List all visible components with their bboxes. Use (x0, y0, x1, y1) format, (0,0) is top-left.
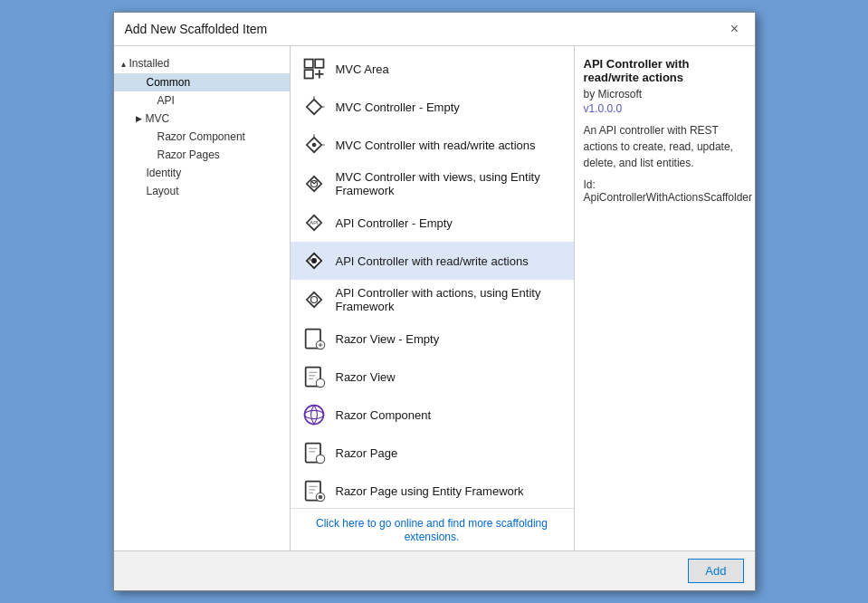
right-panel-id: Id: ApiControllerWithActionsScaffolder (584, 178, 746, 204)
razor-page-label: Razor Page (336, 446, 398, 460)
scaffold-item-api-rw[interactable]: API API Controller with read/write actio… (291, 242, 574, 280)
mvc-ef-icon (301, 171, 327, 196)
installed-section-header: ▴ Installed (114, 53, 290, 73)
online-link[interactable]: Click here to go online and find more sc… (316, 517, 548, 543)
svg-text:API: API (309, 257, 316, 263)
scaffold-item-razor-page-ef[interactable]: Razor Page using Entity Framework (291, 472, 574, 508)
razor-page-icon (301, 440, 327, 465)
scaffold-item-mvc-ef[interactable]: MVC Controller with views, using Entity … (291, 164, 574, 204)
dialog-title: Add New Scaffolded Item (125, 22, 268, 36)
scaffold-item-api-empty[interactable]: API API Controller - Empty (291, 204, 574, 242)
dialog-titlebar: Add New Scaffolded Item × (114, 13, 755, 46)
razor-component-label: Razor Component (336, 408, 432, 422)
mvc-label: MVC (146, 112, 170, 125)
razor-component-icon (301, 402, 327, 427)
mvc-rw-icon (301, 132, 327, 158)
scaffold-items-list: MVC Area MVC Controller - Empty (291, 46, 574, 508)
installed-label: Installed (129, 57, 170, 70)
api-empty-icon: API (301, 210, 327, 235)
dialog-footer: Add (114, 550, 755, 590)
tree-item-identity[interactable]: Identity (114, 164, 290, 182)
tree-item-razor-component[interactable]: Razor Component (114, 128, 290, 146)
right-panel: API Controller with read/write actions b… (574, 46, 755, 550)
mvc-area-label: MVC Area (336, 62, 389, 76)
api-ef-label: API Controller with actions, using Entit… (336, 286, 563, 313)
installed-arrow: ▴ (121, 59, 126, 69)
right-panel-version: v1.0.0.0 (584, 102, 746, 115)
razor-page-ef-label: Razor Page using Entity Framework (336, 484, 524, 498)
tree-item-razor-pages[interactable]: Razor Pages (114, 146, 290, 164)
api-empty-label: API Controller - Empty (336, 216, 453, 230)
svg-point-13 (304, 406, 323, 425)
api-rw-icon: API (301, 248, 327, 273)
mvc-empty-icon (301, 94, 327, 120)
mvc-arrow: ▶ (136, 114, 142, 123)
mvc-rw-label: MVC Controller with read/write actions (336, 139, 536, 152)
svg-text:API: API (310, 220, 319, 225)
svg-point-19 (318, 495, 322, 500)
tree-item-api[interactable]: API (114, 91, 290, 110)
svg-point-12 (316, 378, 324, 387)
right-panel-description: An API controller with REST actions to c… (584, 122, 746, 171)
dialog-body: ▴ Installed Common API ▶ MVC Razor Compo… (114, 46, 755, 550)
left-panel: ▴ Installed Common API ▶ MVC Razor Compo… (114, 46, 291, 550)
razor-view-empty-icon (301, 326, 327, 351)
razor-view-label: Razor View (336, 370, 396, 384)
mvc-empty-label: MVC Controller - Empty (336, 100, 460, 114)
tree-item-common[interactable]: Common (114, 73, 290, 91)
svg-point-3 (311, 143, 316, 148)
razor-view-icon (301, 364, 327, 389)
scaffold-item-mvc-empty[interactable]: MVC Controller - Empty (291, 88, 574, 126)
mvc-area-icon (301, 56, 327, 81)
svg-point-8 (310, 297, 317, 303)
scaffold-item-api-ef[interactable]: API Controller with actions, using Entit… (291, 280, 574, 320)
scaffold-item-razor-view-empty[interactable]: Razor View - Empty (291, 320, 574, 358)
scaffold-item-razor-component[interactable]: Razor Component (291, 396, 574, 434)
tree-item-mvc[interactable]: ▶ MVC (114, 110, 290, 128)
scaffold-item-razor-view[interactable]: Razor View (291, 358, 574, 396)
add-button[interactable]: Add (688, 559, 743, 583)
tree-item-layout[interactable]: Layout (114, 182, 290, 200)
add-scaffolded-item-dialog: Add New Scaffolded Item × ▴ Installed Co… (113, 12, 756, 591)
svg-rect-1 (315, 60, 323, 68)
mvc-ef-label: MVC Controller with views, using Entity … (336, 170, 563, 197)
svg-rect-0 (304, 60, 312, 68)
middle-panel: MVC Area MVC Controller - Empty (291, 46, 574, 550)
svg-point-16 (316, 455, 324, 463)
online-link-bar: Click here to go online and find more sc… (291, 508, 574, 550)
scaffold-item-mvc-rw[interactable]: MVC Controller with read/write actions (291, 126, 574, 164)
close-button[interactable]: × (726, 20, 744, 38)
scaffold-item-mvc-area[interactable]: MVC Area (291, 50, 574, 88)
right-panel-author: by Microsoft (584, 88, 746, 100)
right-panel-title: API Controller with read/write actions (584, 57, 746, 84)
api-rw-label: API Controller with read/write actions (336, 254, 529, 268)
razor-view-empty-label: Razor View - Empty (336, 332, 440, 346)
svg-rect-2 (304, 70, 312, 78)
razor-page-ef-icon (301, 478, 327, 503)
scaffold-item-razor-page[interactable]: Razor Page (291, 434, 574, 472)
api-ef-icon (301, 287, 327, 312)
